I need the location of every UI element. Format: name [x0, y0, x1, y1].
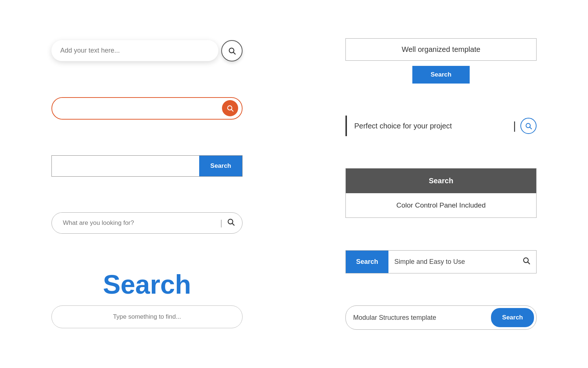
search-big-label: Search — [51, 269, 243, 300]
search-box-1: Well organized template Search — [345, 38, 537, 84]
search-svg-4 — [227, 218, 235, 226]
svg-line-1 — [233, 52, 235, 54]
search-dark-header: Search — [346, 169, 536, 193]
search-box-2: Perfect choice for your project | — [345, 116, 537, 136]
search-input-3[interactable]: Modern and futuristic design — [52, 156, 199, 176]
svg-line-7 — [530, 127, 532, 129]
search-button-box2[interactable] — [520, 118, 537, 134]
search-icon-1 — [228, 47, 236, 55]
search-icon-box2 — [525, 122, 532, 130]
search-box-5: Modular Structures template Search — [345, 305, 537, 330]
svg-line-5 — [232, 223, 234, 225]
perfect-choice-inner: Perfect choice for your project | — [345, 116, 537, 136]
search-bar-orange: Premium and professional design — [51, 97, 243, 120]
search-input-5[interactable] — [51, 305, 243, 328]
search-box-4: Search Simple and Easy to Use — [345, 250, 537, 273]
search-icon-4[interactable] — [227, 218, 235, 228]
search-box-3: Search Color Control Panel Included — [345, 168, 537, 218]
svg-line-3 — [232, 110, 233, 112]
search-icon-2 — [226, 105, 234, 112]
search-button-box1[interactable]: Search — [412, 66, 470, 84]
search-bar-shadow — [51, 40, 243, 61]
search-bar-pipe: | — [51, 212, 243, 234]
search-icon-box4[interactable] — [522, 256, 536, 267]
search-input-1-wrap — [51, 40, 218, 61]
color-control-text: Color Control Panel Included — [346, 193, 536, 217]
simple-easy-text: Simple and Easy to Use — [388, 251, 522, 273]
left-panel: Premium and professional design Modern a… — [0, 0, 294, 368]
right-panel: Well organized template Search Perfect c… — [294, 0, 588, 368]
search-button-1[interactable] — [221, 40, 243, 61]
modular-text: Modular Structures template — [353, 314, 491, 322]
search-button-2[interactable] — [222, 100, 238, 116]
search-button-box4[interactable]: Search — [346, 251, 388, 273]
search-big: Search — [51, 269, 243, 328]
search-input-2[interactable]: Premium and professional design — [56, 98, 222, 119]
perfect-choice-text: Perfect choice for your project — [354, 122, 509, 130]
search-button-box5[interactable]: Search — [491, 308, 534, 327]
well-organized-text: Well organized template — [345, 38, 537, 61]
pipe-divider-right: | — [513, 120, 516, 132]
search-button-3[interactable]: Search — [199, 156, 242, 176]
search-input-1[interactable] — [51, 40, 218, 61]
left-bar-accent — [345, 116, 347, 136]
search-bar-square: Modern and futuristic design Search — [51, 155, 243, 177]
search-svg-box4 — [522, 256, 530, 265]
search-input-4[interactable] — [59, 213, 220, 233]
search-bar-orange-inner: Premium and professional design — [51, 97, 243, 120]
svg-line-9 — [528, 262, 530, 264]
pipe-divider: | — [220, 218, 222, 228]
